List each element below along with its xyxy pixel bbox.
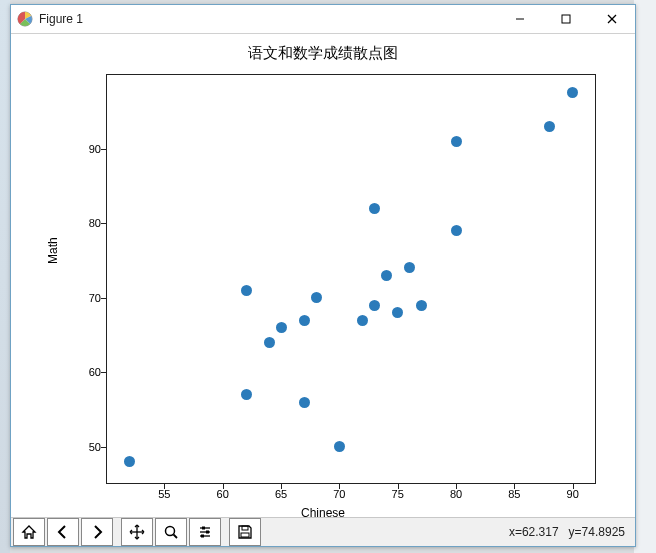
- window-title: Figure 1: [39, 12, 83, 26]
- chart-title: 语文和数学成绩散点图: [11, 44, 635, 63]
- pan-button[interactable]: [121, 518, 153, 546]
- y-tick-label: 70: [81, 292, 101, 304]
- configure-subplots-button[interactable]: [189, 518, 221, 546]
- scatter-point: [299, 315, 310, 326]
- y-axis-label: Math: [46, 237, 60, 264]
- save-button[interactable]: [229, 518, 261, 546]
- scatter-point: [241, 389, 252, 400]
- scatter-point: [369, 300, 380, 311]
- y-tick-mark: [101, 298, 106, 299]
- x-tick-label: 90: [567, 488, 579, 500]
- svg-line-8: [174, 535, 178, 539]
- svg-rect-16: [241, 533, 249, 537]
- scatter-point: [451, 136, 462, 147]
- svg-rect-14: [201, 535, 204, 538]
- scatter-point: [124, 456, 135, 467]
- nav-toolbar: x=62.317 y=74.8925: [11, 517, 635, 546]
- y-tick-mark: [101, 149, 106, 150]
- close-button[interactable]: [589, 5, 635, 33]
- ide-left-strip: [0, 0, 10, 553]
- axes-frame: [106, 74, 596, 484]
- cursor-y-readout: y=74.8925: [569, 525, 625, 539]
- scatter-point: [276, 322, 287, 333]
- y-tick-label: 50: [81, 441, 101, 453]
- x-tick-label: 75: [392, 488, 404, 500]
- maximize-button[interactable]: [543, 5, 589, 33]
- x-tick-label: 55: [158, 488, 170, 500]
- cursor-x-readout: x=62.317: [509, 525, 559, 539]
- scatter-point: [369, 203, 380, 214]
- ide-right-strip: [634, 0, 656, 553]
- scatter-point: [451, 225, 462, 236]
- scatter-point: [357, 315, 368, 326]
- scatter-point: [544, 121, 555, 132]
- scatter-point: [381, 270, 392, 281]
- svg-rect-2: [562, 15, 570, 23]
- forward-button[interactable]: [81, 518, 113, 546]
- scatter-point: [311, 292, 322, 303]
- scatter-point: [264, 337, 275, 348]
- minimize-button[interactable]: [497, 5, 543, 33]
- svg-point-7: [166, 527, 175, 536]
- y-tick-label: 90: [81, 143, 101, 155]
- y-tick-label: 80: [81, 217, 101, 229]
- y-tick-mark: [101, 223, 106, 224]
- matplotlib-app-icon: [17, 11, 33, 27]
- x-tick-label: 80: [450, 488, 462, 500]
- scatter-point: [416, 300, 427, 311]
- plot-area: 语文和数学成绩散点图 Math Chinese 5560657075808590…: [11, 34, 635, 518]
- home-button[interactable]: [13, 518, 45, 546]
- y-tick-mark: [101, 447, 106, 448]
- x-tick-label: 60: [217, 488, 229, 500]
- x-tick-label: 70: [333, 488, 345, 500]
- svg-rect-13: [206, 531, 209, 534]
- scatter-point: [299, 397, 310, 408]
- back-button[interactable]: [47, 518, 79, 546]
- scatter-point: [241, 285, 252, 296]
- y-tick-mark: [101, 372, 106, 373]
- y-tick-label: 60: [81, 366, 101, 378]
- figure-window: Figure 1 语文和数学成绩散点图 Math Chinese 5560657…: [10, 4, 636, 547]
- scatter-point: [334, 441, 345, 452]
- titlebar: Figure 1: [11, 5, 635, 34]
- svg-rect-12: [202, 527, 205, 530]
- zoom-button[interactable]: [155, 518, 187, 546]
- x-tick-label: 85: [508, 488, 520, 500]
- x-tick-label: 65: [275, 488, 287, 500]
